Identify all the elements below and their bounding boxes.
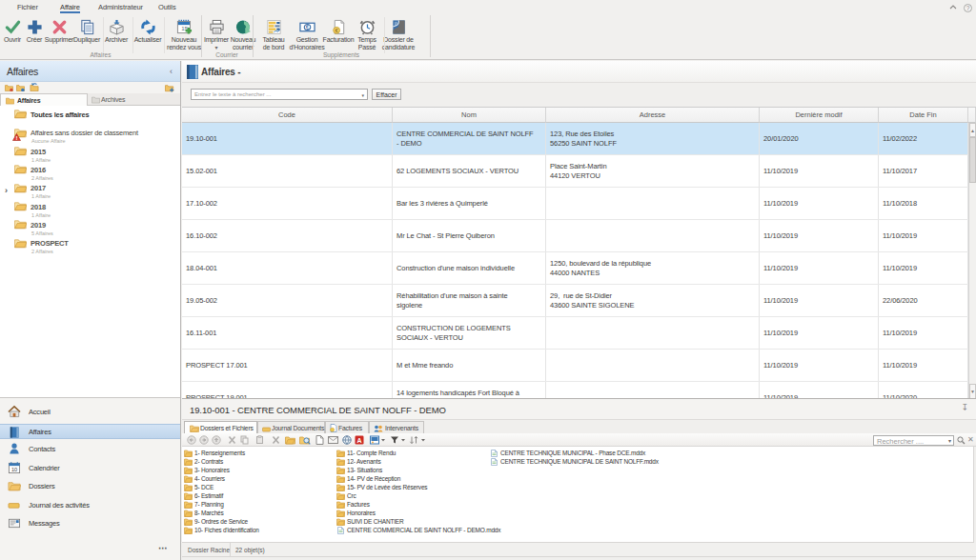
svg-text:A: A — [356, 437, 361, 444]
svg-text:€: € — [305, 24, 309, 30]
svg-text:!: ! — [16, 135, 18, 141]
svg-text:10: 10 — [11, 466, 17, 471]
